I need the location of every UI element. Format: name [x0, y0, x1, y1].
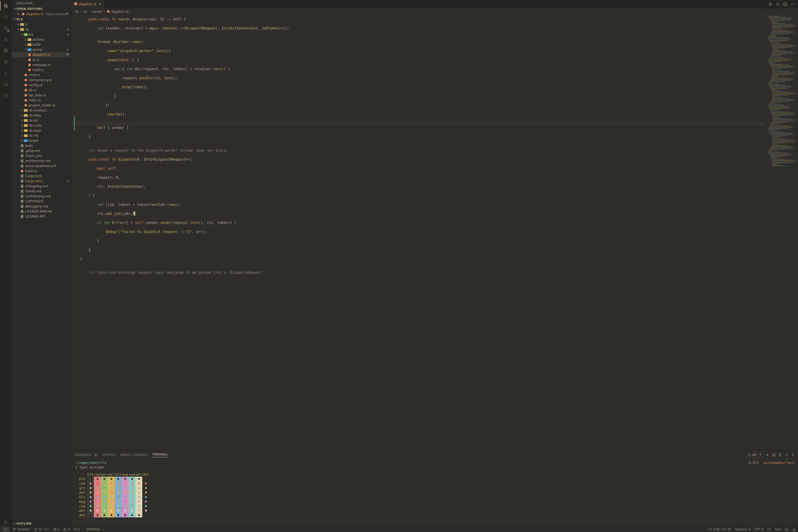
status-language[interactable]: rust — [775, 528, 781, 531]
tree-file[interactable]: .travis.yml — [12, 153, 71, 158]
tree-file[interactable]: azure-pipelines.yml — [12, 163, 71, 168]
tree-folder[interactable]: rls-rustc — [12, 123, 71, 128]
color-swatch — [135, 504, 142, 508]
toolbar-diff-icon[interactable] — [768, 2, 773, 6]
color-swatch — [94, 513, 101, 517]
open-editors-header[interactable]: OPEN EDITORS — [12, 6, 71, 12]
editor-content[interactable]: pub(crate) fn new<O: Output>(out: O) -> … — [80, 17, 764, 279]
tree-folder[interactable]: target — [12, 138, 71, 143]
tree-file[interactable]: build.rs — [12, 168, 71, 173]
tree-folder[interactable]: build — [12, 42, 71, 47]
tree-file[interactable]: Cargo.lock — [12, 173, 71, 178]
status-remote[interactable] — [2, 527, 9, 532]
activity-files[interactable] — [2, 80, 10, 88]
tree-file[interactable]: contributing.md — [12, 194, 71, 199]
tree-file[interactable]: dispatch.rsM — [12, 52, 71, 57]
color-swatch — [87, 490, 94, 495]
close-icon[interactable] — [17, 12, 20, 16]
tree-file[interactable]: LICENSE-MIT — [12, 214, 71, 219]
panel-tab-problems[interactable]: PROBLEMS 1 — [75, 453, 98, 457]
status-spaces[interactable]: Spaces: 4 — [735, 528, 750, 531]
status-eol[interactable]: LF — [767, 528, 771, 531]
panel-close-icon[interactable] — [791, 453, 795, 457]
status-errors[interactable]: 1 0 — [53, 528, 70, 531]
tree-file[interactable]: lsp_data.rs — [12, 93, 71, 98]
panel-tab-terminal[interactable]: TERMINAL — [152, 453, 168, 457]
panel-tab-output[interactable]: OUTPUT — [103, 453, 115, 457]
activity-explorer[interactable] — [2, 2, 10, 10]
tree-folder[interactable]: rls-analysis — [12, 108, 71, 113]
rust-file-icon — [24, 103, 28, 107]
breadcrumb-seg[interactable]: dispatch.rs — [111, 10, 129, 14]
activity-remote[interactable] — [2, 58, 10, 65]
tree-file[interactable]: LICENSE-APACHE — [12, 209, 71, 214]
tree-file[interactable]: debugging.md — [12, 204, 71, 209]
folder-icon — [28, 38, 32, 41]
tree-file[interactable]: message.rs — [12, 62, 71, 67]
toolbar-compare-icon[interactable] — [776, 2, 780, 6]
status-rls[interactable]: RLS — [74, 528, 80, 531]
tree-folder[interactable]: rls — [12, 27, 71, 32]
tree-folder[interactable]: actions — [12, 37, 71, 42]
outline-header[interactable]: OUTLINE — [12, 520, 71, 526]
terminal-select[interactable]: 1: zsh — [746, 452, 763, 458]
sidebar: EXPLORER OPEN EDITORS dispatch.rs rls/sr… — [12, 0, 72, 526]
activity-extensions[interactable] — [2, 47, 10, 54]
terminal-trash-icon[interactable] — [778, 453, 782, 457]
tree-folder[interactable]: rls-ipc — [12, 118, 71, 123]
tree-file[interactable]: io.rs — [12, 57, 71, 62]
editor[interactable]: pub(crate) fn new<O: Output>(out: O) -> … — [72, 15, 798, 451]
svg-rect-0 — [4, 4, 7, 7]
tree-folder[interactable]: rls-data — [12, 113, 71, 118]
activity-scm[interactable]: 1 — [2, 24, 10, 32]
tree-file[interactable]: config.rs — [12, 82, 71, 88]
terminal-body[interactable]: 0.07s sainnhe@surface ~/repo/test/rls ❯ … — [72, 459, 798, 526]
activity-debug[interactable] — [2, 36, 10, 43]
status-sync[interactable]: 4↓ 0↑ — [34, 528, 49, 531]
breadcrumb-seg[interactable]: rls — [75, 10, 79, 14]
tree-file[interactable]: changelog.md — [12, 184, 71, 189]
panel-tab-debug[interactable]: DEBUG CONSOLE — [120, 453, 147, 457]
tree-folder[interactable]: server — [12, 47, 71, 52]
terminal-split-icon[interactable] — [772, 453, 776, 457]
tree-file[interactable]: cmd.rs — [12, 72, 71, 77]
breadcrumb-seg[interactable]: src — [83, 10, 88, 14]
color-swatch — [94, 504, 101, 508]
minimap[interactable] — [766, 15, 798, 451]
breadcrumb-seg[interactable]: server — [92, 10, 102, 14]
status-encoding[interactable]: UTF-8 — [754, 528, 764, 531]
breadcrumb[interactable]: rls › src › server › dispatch.rs — [72, 8, 798, 15]
toolbar-split-icon[interactable] — [783, 2, 787, 6]
terminal-new-icon[interactable] — [765, 453, 769, 457]
status-position[interactable]: Ln 138, Col 26 — [708, 528, 732, 531]
tab-dispatch[interactable]: dispatch.rs — [72, 0, 104, 8]
tree-file[interactable]: lib.rs — [12, 88, 71, 93]
tree-file[interactable]: main.rs — [12, 98, 71, 103]
activity-settings[interactable] — [2, 519, 10, 526]
panel-maximize-icon[interactable] — [785, 453, 788, 457]
activity-search[interactable] — [2, 13, 10, 21]
tree-file[interactable]: Cargo.toml1 — [12, 178, 71, 184]
tree-folder[interactable]: rls-vfs — [12, 133, 71, 138]
tree-file[interactable]: .gitignore — [12, 148, 71, 153]
status-branch[interactable]: master* — [13, 528, 30, 531]
tree-file[interactable]: COPYRIGHT — [12, 199, 71, 204]
status-bell-icon[interactable] — [792, 528, 796, 531]
project-header[interactable]: RLS — [12, 17, 71, 22]
tree-file[interactable]: architecture.md — [12, 158, 71, 163]
tree-file[interactable]: clients.md — [12, 189, 71, 194]
activity-git-lens[interactable] — [2, 92, 10, 99]
tree-folder[interactable]: rls-span — [12, 128, 71, 133]
open-editor-item[interactable]: dispatch.rs rls/src/server M — [12, 12, 71, 17]
tree-folder[interactable]: ci — [12, 22, 71, 27]
tree-file[interactable]: tests — [12, 143, 71, 148]
tree-file[interactable]: mod.rs — [12, 67, 71, 72]
toolbar-more-icon[interactable] — [791, 2, 795, 6]
tree-file[interactable]: concurrency.rs — [12, 77, 71, 82]
activity-terminal[interactable] — [2, 69, 10, 77]
tree-file[interactable]: project_model.rs — [12, 103, 71, 108]
chevron-icon — [24, 38, 28, 41]
tab-close-icon[interactable] — [98, 2, 101, 6]
status-feedback-icon[interactable] — [785, 528, 788, 531]
tree-folder[interactable]: src — [12, 32, 71, 37]
